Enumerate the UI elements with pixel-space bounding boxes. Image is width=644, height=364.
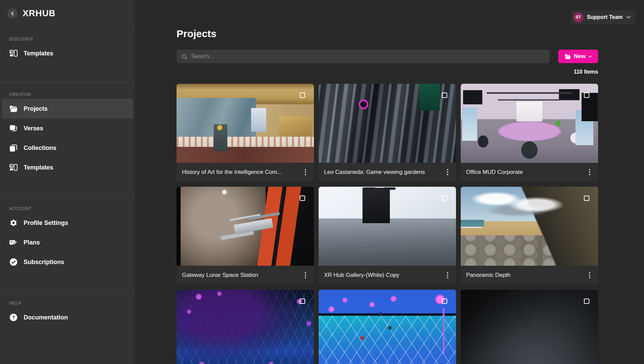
card-footer: History of Art for the Intelligence Com.… xyxy=(177,163,314,182)
folder-open-icon xyxy=(564,54,571,59)
chevron-down-icon xyxy=(626,16,630,19)
user-name: Support Team xyxy=(587,14,623,20)
sidebar-item-label: Profile Settings xyxy=(24,219,68,227)
project-card[interactable]: XR Hub Gallery-(White) Copy xyxy=(319,187,456,285)
sidebar-item-verses[interactable]: Verses xyxy=(2,119,133,138)
section-label: CREATOR xyxy=(9,92,135,97)
select-checkbox[interactable] xyxy=(300,93,305,98)
toolbar: New xyxy=(177,50,598,63)
sidebar-item-templates-discover[interactable]: Templates xyxy=(2,44,133,63)
sidebar-item-label: Projects xyxy=(24,105,48,112)
project-card[interactable]: History of Art for the Intelligence Com.… xyxy=(177,84,314,182)
question-circle-icon: ? xyxy=(9,313,18,321)
project-thumbnail xyxy=(177,84,314,163)
select-checkbox[interactable] xyxy=(584,196,589,201)
chevron-down-icon xyxy=(588,55,592,58)
project-title: Office MUD Corporate xyxy=(466,169,585,176)
project-thumbnail xyxy=(319,187,456,266)
svg-text:?: ? xyxy=(12,315,15,320)
sidebar-item-profile-settings[interactable]: Profile Settings xyxy=(2,213,133,233)
select-checkbox[interactable] xyxy=(584,93,589,98)
select-checkbox[interactable] xyxy=(584,298,589,304)
sidebar-item-label: Documentation xyxy=(24,314,68,321)
collections-icon xyxy=(9,144,18,152)
project-title: Leo Castaneda: Game viewing gardens xyxy=(324,169,442,176)
project-thumbnail xyxy=(319,290,456,364)
section-label: DISCOVER xyxy=(9,36,135,42)
project-card[interactable]: Leo Castaneda: Game viewing gardens xyxy=(319,84,456,182)
projects-page: Projects New 110 Items History of Art fo… xyxy=(177,0,598,364)
project-card[interactable]: Panoramic Depth xyxy=(461,187,598,285)
folder-open-icon xyxy=(9,105,18,113)
sidebar: XRHUB DISCOVER Templates CREATOR Project… xyxy=(0,0,135,364)
project-thumbnail xyxy=(177,290,314,364)
project-card[interactable] xyxy=(461,290,598,364)
sidebar-item-projects[interactable]: Projects xyxy=(2,99,133,119)
kebab-menu-icon[interactable] xyxy=(300,269,311,281)
kebab-menu-icon[interactable] xyxy=(585,166,595,178)
select-checkbox[interactable] xyxy=(300,196,305,201)
sidebar-section-creator: CREATOR Projects Verses Collections Temp… xyxy=(0,82,135,197)
kebab-menu-icon[interactable] xyxy=(585,269,595,281)
card-footer: Leo Castaneda: Game viewing gardens xyxy=(319,163,456,182)
card-footer: Gateway Lunar Space Station xyxy=(177,266,314,285)
new-button-label: New xyxy=(574,53,586,60)
main-content: ST Support Team Projects New 110 Items xyxy=(135,0,644,364)
sidebar-item-documentation[interactable]: ? Documentation xyxy=(2,308,133,327)
layers-icon xyxy=(9,124,18,132)
sidebar-item-label: Subscriptions xyxy=(24,259,64,266)
select-checkbox[interactable] xyxy=(442,298,447,304)
project-card[interactable]: Office MUD Corporate xyxy=(461,84,598,182)
project-thumbnail xyxy=(319,84,456,163)
sidebar-item-label: Templates xyxy=(24,50,53,57)
kebab-menu-icon[interactable] xyxy=(300,166,311,178)
items-count: 110 Items xyxy=(177,69,598,75)
sidebar-section-help: HELP ? Documentation xyxy=(0,291,135,346)
avatar: ST xyxy=(573,12,583,22)
section-label: HELP xyxy=(9,301,135,306)
sidebar-item-label: Templates xyxy=(24,164,53,171)
section-label: ACCOUNT xyxy=(9,206,135,211)
search-input[interactable] xyxy=(191,53,545,60)
select-checkbox[interactable] xyxy=(442,196,447,201)
new-project-button[interactable]: New xyxy=(558,50,598,63)
sidebar-item-subscriptions[interactable]: Subscriptions xyxy=(2,252,133,272)
project-title: Gateway Lunar Space Station xyxy=(182,272,300,279)
card-footer: Office MUD Corporate xyxy=(461,163,598,182)
project-card[interactable]: Gateway Lunar Space Station xyxy=(177,187,314,285)
search-icon xyxy=(181,53,188,60)
kebab-menu-icon[interactable] xyxy=(442,166,453,178)
sidebar-item-label: Verses xyxy=(24,125,43,132)
select-checkbox[interactable] xyxy=(442,93,447,98)
app-logo: XRHUB xyxy=(23,8,55,19)
project-title: Panoramic Depth xyxy=(466,272,585,279)
user-menu-button[interactable]: ST Support Team xyxy=(571,10,636,24)
projects-grid: History of Art for the Intelligence Com.… xyxy=(177,84,598,364)
project-card[interactable] xyxy=(319,290,456,364)
project-card[interactable] xyxy=(177,290,314,364)
kebab-menu-icon[interactable] xyxy=(442,269,453,281)
sidebar-item-label: Collections xyxy=(24,145,56,152)
project-thumbnail xyxy=(461,290,598,364)
sidebar-item-collections[interactable]: Collections xyxy=(2,138,133,158)
project-thumbnail xyxy=(461,187,598,266)
templates-icon xyxy=(9,163,18,172)
card-footer: XR Hub Gallery-(White) Copy xyxy=(319,266,456,285)
project-title: History of Art for the Intelligence Com.… xyxy=(182,169,300,176)
project-thumbnail xyxy=(461,84,598,163)
select-checkbox[interactable] xyxy=(300,298,305,304)
templates-icon xyxy=(9,49,18,57)
chevron-left-icon xyxy=(10,11,15,16)
sidebar-item-plans[interactable]: Plans xyxy=(2,233,133,252)
project-thumbnail xyxy=(177,187,314,266)
sidebar-header: XRHUB xyxy=(0,0,135,27)
search-box xyxy=(177,50,550,63)
sidebar-section-account: ACCOUNT Profile Settings Plans Subscript… xyxy=(0,197,135,291)
plans-card-icon xyxy=(9,238,18,246)
project-title: XR Hub Gallery-(White) Copy xyxy=(324,272,442,279)
sidebar-section-discover: DISCOVER Templates xyxy=(0,27,135,82)
collapse-sidebar-button[interactable] xyxy=(7,8,18,19)
sidebar-item-templates[interactable]: Templates xyxy=(2,158,133,177)
check-circle-icon xyxy=(9,258,18,266)
card-footer: Panoramic Depth xyxy=(461,266,598,285)
